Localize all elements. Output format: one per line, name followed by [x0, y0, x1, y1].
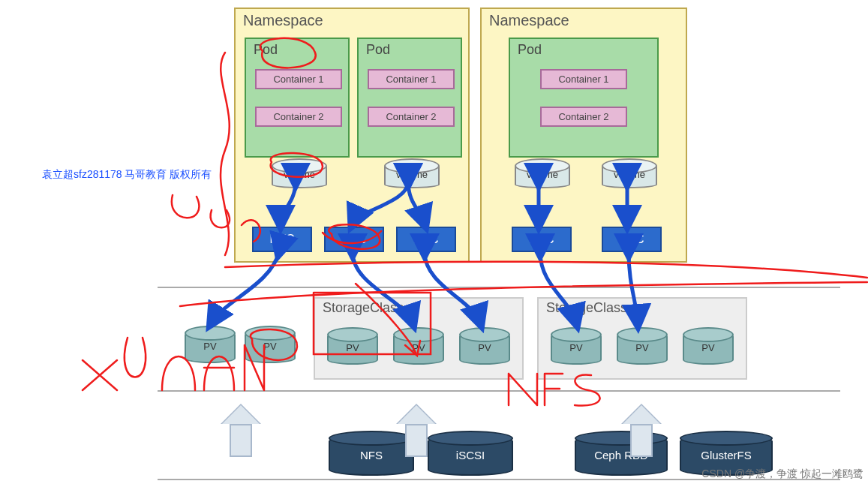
sc2-pv-2-label: PV	[618, 342, 666, 353]
pod-2-container-1: Container 1	[368, 69, 455, 89]
pv-standalone-2: PV	[245, 330, 296, 363]
pod-1: Pod Container 1 Container 2	[245, 38, 350, 158]
sc2-pv-3-label: PV	[684, 342, 732, 353]
volume-2: volume	[384, 163, 440, 188]
sc2-pv-3: PV	[683, 332, 734, 365]
pod-1-title: Pod	[254, 42, 278, 58]
pod-3: Pod Container 1 Container 2	[509, 38, 659, 158]
volume-1-label: volume	[273, 169, 326, 180]
pv-standalone-1-label: PV	[186, 341, 234, 352]
pv-standalone-2-label: PV	[246, 341, 294, 352]
hline-middle	[158, 390, 840, 392]
volume-2-label: volume	[386, 169, 438, 180]
watermark-text: 袁立超sfz281178 马哥教育 版权所有	[42, 168, 212, 182]
pvc-1: PVC	[252, 227, 312, 252]
namespace-1: Namespace Pod Container 1 Container 2 Po…	[234, 8, 470, 263]
volume-3: volume	[515, 163, 570, 188]
sc2-pv-2: PV	[617, 332, 668, 365]
pvc-3: PVC	[396, 227, 456, 252]
volume-3-label: volume	[516, 169, 569, 180]
csdn-watermark: CSDN @争渡，争渡 惊起一滩鸥鹭	[701, 467, 863, 481]
namespace-2-title: Namespace	[489, 12, 569, 29]
sc1-pv-2: PV	[393, 332, 444, 365]
pvc-5: PVC	[602, 227, 662, 252]
namespace-1-title: Namespace	[243, 12, 323, 29]
backend-iscsi: iSCSI	[428, 435, 513, 476]
sc1-pv-1: PV	[327, 332, 378, 365]
sc1-pv-2-label: PV	[395, 342, 443, 353]
storageclass-2-title: StorageClass	[546, 300, 627, 316]
pvc-4: PVC	[512, 227, 572, 252]
up-arrow-left	[222, 405, 260, 457]
sc1-pv-1-label: PV	[329, 342, 377, 353]
volume-4: volume	[602, 163, 657, 188]
volume-1: volume	[272, 163, 327, 188]
volume-4-label: volume	[603, 169, 656, 180]
pod-2-title: Pod	[366, 42, 390, 58]
backend-glusterfs-label: GlusterFS	[681, 449, 771, 461]
pv-standalone-1: PV	[185, 330, 236, 363]
sc2-pv-1: PV	[551, 332, 602, 365]
sc1-pv-3: PV	[459, 332, 510, 365]
sc1-pv-3-label: PV	[461, 342, 509, 353]
up-arrow-mid	[398, 405, 435, 457]
pod-1-container-2: Container 2	[255, 107, 342, 127]
pod-3-title: Pod	[518, 42, 542, 58]
pod-2-container-2: Container 2	[368, 107, 455, 127]
namespace-2: Namespace Pod Container 1 Container 2 vo…	[480, 8, 687, 263]
pod-2: Pod Container 1 Container 2	[357, 38, 462, 158]
pod-3-container-2: Container 2	[540, 107, 627, 127]
diagram-canvas: Namespace Pod Container 1 Container 2 Po…	[0, 0, 868, 484]
storageclass-2: StorageClass PV PV PV	[537, 297, 747, 380]
storageclass-1-title: StorageClass	[323, 300, 404, 316]
pod-1-container-1: Container 1	[255, 69, 342, 89]
pod-3-container-1: Container 1	[540, 69, 627, 89]
up-arrow-right	[623, 405, 660, 457]
sc2-pv-1-label: PV	[552, 342, 600, 353]
hline-upper	[158, 287, 840, 288]
storageclass-1: StorageClass PV PV PV	[314, 297, 524, 380]
backend-iscsi-label: iSCSI	[429, 449, 512, 461]
pvc-2: PVC	[324, 227, 384, 252]
